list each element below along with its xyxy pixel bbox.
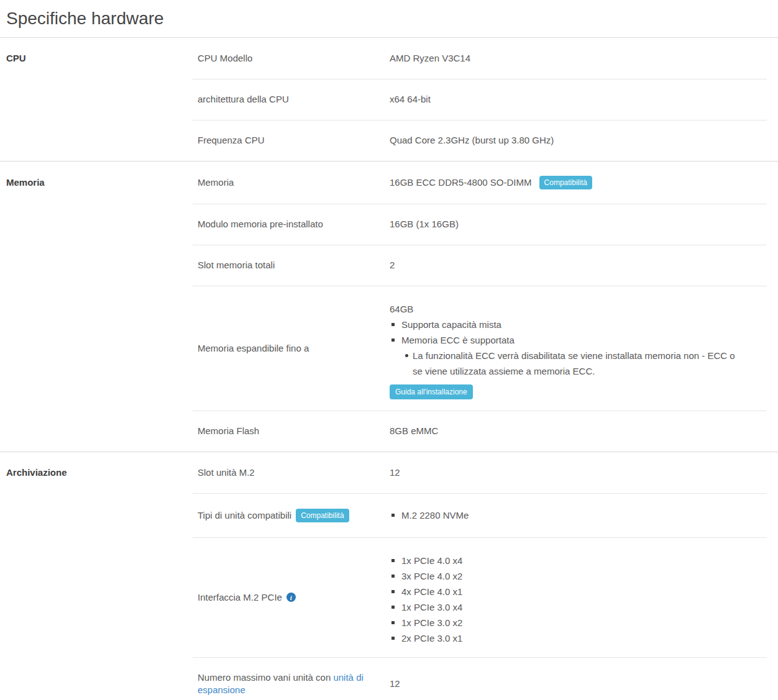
section-title-cpu: CPU <box>6 38 193 79</box>
square-bullet-icon <box>391 637 395 640</box>
list-item: M.2 2280 NVMe <box>391 507 764 523</box>
spec-label: Frequenza CPU <box>193 120 390 161</box>
spec-label: architettura della CPU <box>193 79 390 120</box>
spec-row: Interfaccia M.2 PCIe i 1x PCIe 4.0 x4 3x… <box>0 537 778 657</box>
spec-value: 8GB eMMC <box>390 411 767 452</box>
spec-value: 2 <box>390 245 767 286</box>
spec-value-text: 16GB ECC DDR5-4800 SO-DIMM <box>390 177 531 188</box>
spec-row: Tipi di unità compatibili Compatibilità … <box>0 493 778 537</box>
spec-value: 1x PCIe 4.0 x4 3x PCIe 4.0 x2 4x PCIe 4.… <box>390 537 767 657</box>
spec-value: 12 <box>390 452 767 493</box>
section-spacer <box>6 417 193 445</box>
section-spacer <box>6 334 193 363</box>
spec-value: Quad Core 2.3GHz (burst up 3.80 GHz) <box>390 120 767 161</box>
spec-value: 64GB Supporta capacità mista Memoria ECC… <box>390 286 767 411</box>
round-bullet-icon <box>405 354 408 357</box>
spec-label: CPU Modello <box>193 38 390 79</box>
page-title: Specifiche hardware <box>0 0 778 37</box>
spec-label: Memoria <box>193 162 390 203</box>
list-item: 3x PCIe 4.0 x2 <box>391 568 767 584</box>
installation-guide-button[interactable]: Guida all'installazione <box>390 384 473 399</box>
square-bullet-icon <box>391 339 395 342</box>
spec-row: Numero massimo vani unità con unità di e… <box>0 657 778 700</box>
spec-label: Slot memoria totali <box>193 245 390 286</box>
spec-value: x64 64-bit <box>390 79 767 120</box>
section-spacer <box>6 583 193 612</box>
spec-value: M.2 2280 NVMe <box>390 493 767 537</box>
section-memoria: Memoria Memoria 16GB ECC DDR5-4800 SO-DI… <box>0 161 778 452</box>
spec-label-text: Interfaccia M.2 PCIe <box>198 591 282 604</box>
spec-value: 16GB (1x 16GB) <box>390 204 767 245</box>
list-item: Supporta capacità mista <box>391 317 767 332</box>
section-spacer <box>6 126 193 155</box>
section-title-archiviazione: Archiviazione <box>6 452 193 493</box>
square-bullet-icon <box>391 621 395 624</box>
spec-label: Tipi di unità compatibili Compatibilità <box>193 494 390 537</box>
square-bullet-icon <box>391 575 395 578</box>
spec-label: Modulo memoria pre-installato <box>193 204 390 245</box>
section-archiviazione: Archiviazione Slot unità M.2 12 Tipi di … <box>0 452 778 700</box>
list-item: 1x PCIe 4.0 x4 <box>391 553 767 568</box>
square-bullet-icon <box>391 559 395 562</box>
list-item: 1x PCIe 3.0 x4 <box>391 599 767 615</box>
square-bullet-icon <box>391 590 395 593</box>
section-spacer <box>6 501 193 530</box>
spec-label: Memoria Flash <box>193 411 390 452</box>
section-cpu: CPU CPU Modello AMD Ryzen V3C14 architet… <box>0 37 778 161</box>
compatibility-badge[interactable]: Compatibilità <box>296 509 349 522</box>
spec-row: Slot memoria totali 2 <box>0 245 778 286</box>
spec-value: 12 <box>390 663 767 700</box>
section-spacer <box>6 251 193 280</box>
spec-label-text: Tipi di unità compatibili <box>198 509 291 522</box>
spec-label: Numero massimo vani unità con unità di e… <box>193 657 390 700</box>
list-sub-item: La funzionalità ECC verrà disabilitata s… <box>391 348 767 379</box>
spec-label: Interfaccia M.2 PCIe i <box>193 577 390 618</box>
section-title-memoria: Memoria <box>6 162 193 203</box>
compatibility-badge[interactable]: Compatibilità <box>539 176 592 189</box>
spec-value: AMD Ryzen V3C14 <box>390 38 767 79</box>
list-item: Memoria ECC è supportata <box>391 332 767 348</box>
list-item: 4x PCIe 4.0 x1 <box>391 584 767 599</box>
spec-label: Memoria espandibile fino a <box>193 328 390 369</box>
section-spacer <box>6 670 193 698</box>
info-icon[interactable]: i <box>286 593 296 602</box>
section-spacer <box>6 85 193 114</box>
spec-label: Slot unità M.2 <box>193 452 390 493</box>
spec-row: Modulo memoria pre-installato 16GB (1x 1… <box>0 204 778 245</box>
spec-row: Archiviazione Slot unità M.2 12 <box>0 452 778 493</box>
square-bullet-icon <box>391 606 395 609</box>
spec-value: 16GB ECC DDR5-4800 SO-DIMM Compatibilità <box>390 161 767 204</box>
spec-row: architettura della CPU x64 64-bit <box>0 79 778 120</box>
expandable-memory-total: 64GB <box>390 301 767 317</box>
spec-row: CPU CPU Modello AMD Ryzen V3C14 <box>0 38 778 79</box>
section-spacer <box>6 210 193 239</box>
expandable-memory-notes: Supporta capacità mista Memoria ECC è su… <box>390 317 767 379</box>
compatible-drive-types-list: M.2 2280 NVMe <box>390 507 764 523</box>
square-bullet-icon <box>391 514 395 517</box>
spec-label-text: Numero massimo vani unità con <box>198 672 333 683</box>
m2-pcie-interface-list: 1x PCIe 4.0 x4 3x PCIe 4.0 x2 4x PCIe 4.… <box>390 553 767 646</box>
spec-row: Memoria espandibile fino a 64GB Supporta… <box>0 286 778 411</box>
spec-row: Frequenza CPU Quad Core 2.3GHz (burst up… <box>0 120 778 161</box>
list-item: 2x PCIe 3.0 x1 <box>391 630 767 646</box>
spec-row: Memoria Flash 8GB eMMC <box>0 411 778 452</box>
spec-row: Memoria Memoria 16GB ECC DDR5-4800 SO-DI… <box>0 161 778 204</box>
list-item: 1x PCIe 3.0 x2 <box>391 615 767 630</box>
square-bullet-icon <box>391 323 395 326</box>
